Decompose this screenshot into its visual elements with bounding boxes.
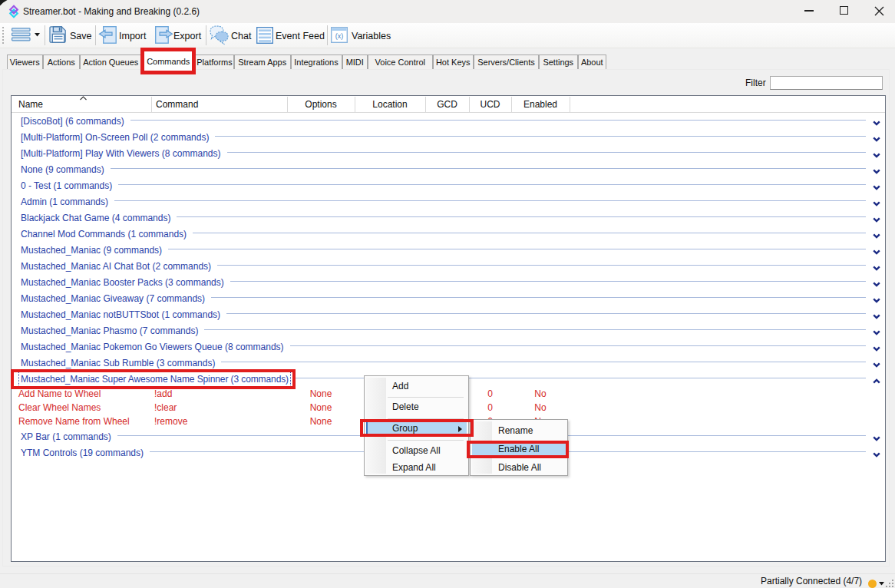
svg-text:(x): (x) [335, 32, 344, 40]
